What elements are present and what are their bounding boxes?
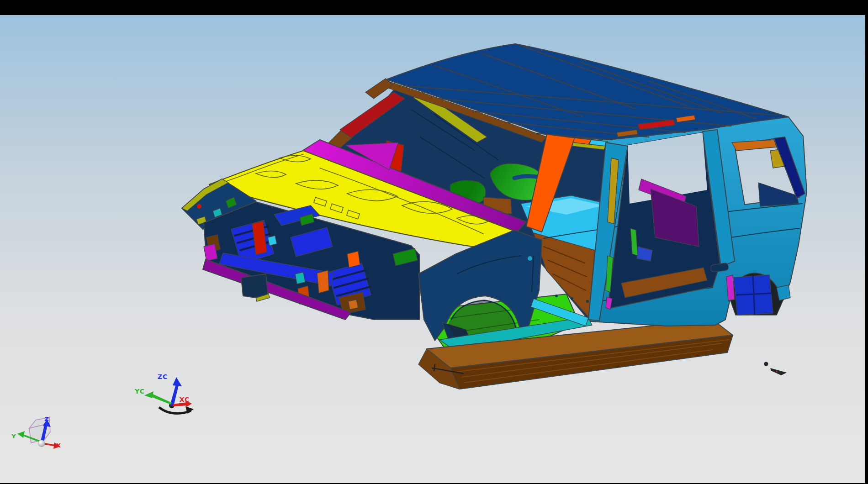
frame-top-bar [0, 0, 868, 15]
debris-dot [764, 362, 768, 366]
rear-lower-tab [777, 285, 790, 300]
support-teal-bit [295, 272, 305, 284]
support-orange-part [317, 270, 329, 293]
graphics-area: ZC YC XC Z Y X [0, 0, 868, 484]
corner-magenta-piece [204, 244, 217, 261]
wcs-z-label: ZC [158, 373, 168, 380]
abs-z-label: Z [44, 416, 48, 422]
frame-right-strip [865, 0, 868, 484]
abs-x-label: X [56, 442, 61, 449]
wcs-y-label: YC [134, 388, 145, 395]
sill-dot [555, 295, 558, 297]
support-cyan-bit [268, 236, 277, 246]
debris-red-speck [776, 371, 778, 373]
cowl-red-grommet [197, 204, 201, 209]
sill-dot [571, 297, 573, 300]
tow-bracket-block[interactable] [241, 274, 268, 298]
wcs-x-label: XC [180, 396, 190, 403]
lower-tan-bit [348, 300, 358, 310]
sill-dot [586, 300, 589, 303]
abs-origin-sphere[interactable] [38, 440, 45, 447]
fender-hole [528, 256, 532, 261]
cad-application-window: ZC YC XC Z Y X [0, 0, 868, 484]
support-orange-part [347, 251, 360, 268]
abs-y-label: Y [11, 433, 16, 440]
